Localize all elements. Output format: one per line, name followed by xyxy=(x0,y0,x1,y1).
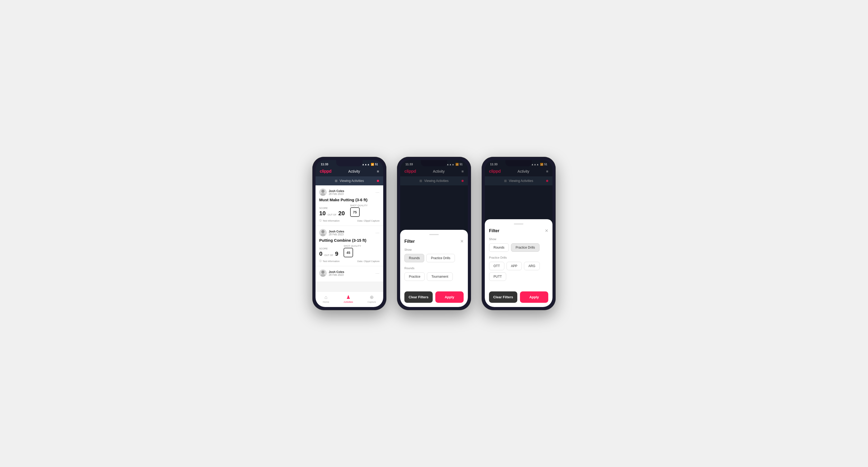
user-name-3: Josh Coles xyxy=(329,270,344,274)
viewing-bar-1[interactable]: ⊞ Viewing Activities xyxy=(315,176,383,185)
clear-filters-btn-2[interactable]: Clear Filters xyxy=(404,291,433,303)
red-dot-1 xyxy=(377,180,379,182)
activity-list-1: Josh Coles 28 Feb 2023 ··· Must Make Put… xyxy=(315,185,383,291)
filter-modal-3: Filter ✕ Show Rounds Practice Drills Pra… xyxy=(485,219,553,307)
phone-3: 11:33 ▲▲▲ 📶 51 clippd Activity ≡ ⊞ Viewi… xyxy=(482,157,556,310)
card-footer-2: ⓘTest Information Data: Clippd Capture xyxy=(319,259,379,263)
user-date-3: 28 Feb 2023 xyxy=(329,274,344,276)
activity-card-2[interactable]: Josh Coles 28 Feb 2023 ··· Putting Combi… xyxy=(315,226,383,266)
putt-chip-3[interactable]: PUTT xyxy=(489,272,506,281)
score-value-1: 10 xyxy=(319,210,326,217)
shots-value-2: 9 xyxy=(335,250,338,257)
sq-badge-2: 45 xyxy=(344,248,353,257)
test-info-text-2: Test Information xyxy=(323,260,340,262)
show-label-3: Show xyxy=(489,238,548,241)
practice-drills-chip-3[interactable]: Practice Drills xyxy=(511,243,539,252)
show-label-2: Show xyxy=(404,248,464,251)
avatar-1 xyxy=(319,189,327,196)
show-chips-2: Rounds Practice Drills xyxy=(404,254,464,262)
apply-btn-2[interactable]: Apply xyxy=(435,291,464,303)
filter-actions-3: Clear Filters Apply xyxy=(489,291,548,303)
user-info-1: Josh Coles 28 Feb 2023 xyxy=(319,189,344,196)
rounds-chip-3[interactable]: Rounds xyxy=(489,243,509,252)
data-source-2: Data: Clippd Capture xyxy=(357,260,379,262)
user-date-2: 28 Feb 2023 xyxy=(329,233,344,236)
bottom-nav-1: ⌂ Home ♟ Activities ⊕ Capture xyxy=(315,291,383,307)
user-info-2: Josh Coles 28 Feb 2023 xyxy=(319,229,344,237)
practice-drills-chip-2[interactable]: Practice Drills xyxy=(426,254,455,262)
sq-label-2: Shot Quality xyxy=(344,245,361,247)
user-date-1: 28 Feb 2023 xyxy=(329,192,344,195)
show-chips-3: Rounds Practice Drills xyxy=(489,243,548,252)
card-footer-1: ⓘTest Information Data: Clippd Capture xyxy=(319,219,379,222)
viewing-bar-text-1: Viewing Activities xyxy=(340,179,364,183)
tournament-chip-2[interactable]: Tournament xyxy=(427,272,453,281)
score-value-2: 0 xyxy=(319,250,322,257)
rounds-chip-2[interactable]: Rounds xyxy=(404,254,424,262)
avatar-3 xyxy=(319,270,327,277)
nav-home-1[interactable]: ⌂ Home xyxy=(323,294,329,303)
nav-activities-1[interactable]: ♟ Activities xyxy=(344,294,353,303)
round-chips-2: Practice Tournament xyxy=(404,272,464,281)
more-dots-3[interactable]: ··· xyxy=(376,271,379,275)
filter-close-2[interactable]: ✕ xyxy=(460,239,464,244)
apply-btn-3[interactable]: Apply xyxy=(520,291,548,303)
filter-title-3: Filter xyxy=(489,228,499,233)
score-label-2: Score xyxy=(319,247,338,250)
phone-1: 11:33 ▲▲▲ 📶 51 clippd Activity ≡ ⊞ Viewi… xyxy=(312,157,386,310)
filter-header-2: Filter ✕ xyxy=(404,239,464,244)
time-1: 11:33 xyxy=(321,163,328,166)
activity-card-1[interactable]: Josh Coles 28 Feb 2023 ··· Must Make Put… xyxy=(315,185,383,226)
nav-capture-1[interactable]: ⊕ Capture xyxy=(368,294,376,303)
arg-chip-3[interactable]: ARG xyxy=(524,262,540,270)
home-label-1: Home xyxy=(323,301,329,303)
activity-title-1: Must Make Putting (3-6 ft) xyxy=(319,197,379,202)
activity-card-3[interactable]: Josh Coles 28 Feb 2023 ··· xyxy=(315,266,383,282)
filter-close-3[interactable]: ✕ xyxy=(545,228,548,233)
filter-handle-3 xyxy=(514,223,523,224)
score-label-1: Score xyxy=(319,207,345,210)
data-source-1: Data: Clippd Capture xyxy=(357,219,379,222)
capture-label-1: Capture xyxy=(368,301,376,303)
sq-badge-1: 75 xyxy=(350,207,360,217)
logo-1: clippd xyxy=(320,169,331,174)
drills-label-3: Practice Drills xyxy=(489,256,548,259)
signal-icon-1: ▲▲▲ xyxy=(362,163,370,166)
hamburger-menu-1[interactable]: ≡ xyxy=(377,169,379,174)
filter-handle-2 xyxy=(429,234,439,235)
shots-value-1: 20 xyxy=(338,210,345,217)
user-name-2: Josh Coles xyxy=(329,230,344,233)
sq-label-1: Shot Quality xyxy=(350,204,368,207)
user-info-3: Josh Coles 28 Feb 2023 xyxy=(319,270,344,277)
practice-chip-2[interactable]: Practice xyxy=(404,272,425,281)
ott-chip-3[interactable]: OTT xyxy=(489,262,504,270)
avatar-2 xyxy=(319,229,327,237)
clear-filters-btn-3[interactable]: Clear Filters xyxy=(489,291,517,303)
filter-header-3: Filter ✕ xyxy=(489,228,548,233)
activities-label-1: Activities xyxy=(344,301,353,303)
activity-title-2: Putting Combine (3-15 ft) xyxy=(319,238,379,243)
filter-modal-2: Filter ✕ Show Rounds Practice Drills Rou… xyxy=(400,230,468,307)
wifi-icon-1: 📶 xyxy=(371,163,374,166)
filter-actions-2: Clear Filters Apply xyxy=(404,291,464,303)
phone-2: 11:33 ▲▲▲ 📶 51 clippd Activity ≡ ⊞ Viewi… xyxy=(397,157,471,310)
notch-1 xyxy=(336,160,363,166)
filter-title-2: Filter xyxy=(404,239,415,244)
app-chip-3[interactable]: APP xyxy=(506,262,522,270)
outof-2: OUT OF xyxy=(324,254,333,257)
test-info-text-1: Test Information xyxy=(323,219,340,222)
capture-icon-1: ⊕ xyxy=(370,294,374,300)
drill-chips-3: OTT APP ARG PUTT xyxy=(489,262,548,281)
more-dots-1[interactable]: ··· xyxy=(376,190,379,194)
activities-icon-1: ♟ xyxy=(346,294,350,300)
filter-icon-1: ⊞ xyxy=(335,179,338,183)
outof-1: OUT OF xyxy=(328,213,336,217)
info-icon-1: ⓘ xyxy=(319,219,321,222)
stats-row-2: Score 0 OUT OF 9 Shot Quality 45 xyxy=(319,245,379,257)
rounds-label-2: Rounds xyxy=(404,267,464,270)
home-icon-1: ⌂ xyxy=(324,294,328,300)
info-icon-2: ⓘ xyxy=(319,259,321,263)
app-header-1: clippd Activity ≡ xyxy=(315,167,383,176)
more-dots-2[interactable]: ··· xyxy=(376,230,379,235)
battery-1: 51 xyxy=(375,163,378,166)
